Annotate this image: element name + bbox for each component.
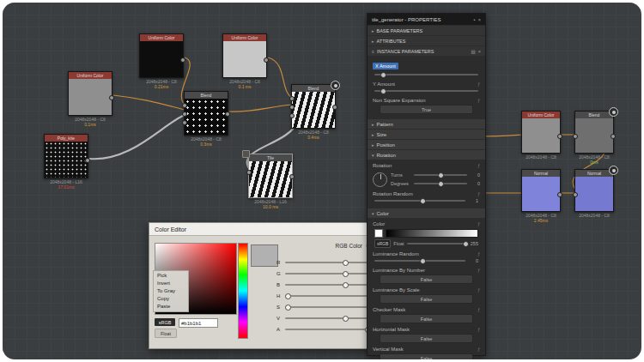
node-pin-icon[interactable] — [242, 150, 250, 158]
output-port[interactable] — [557, 192, 562, 197]
copy-button[interactable]: Copy — [154, 295, 188, 303]
vertical-mask-toggle[interactable]: False — [380, 353, 473, 359]
function-icon[interactable]: ƒ — [477, 163, 480, 168]
turns-slider[interactable] — [414, 174, 467, 176]
to-gray-button[interactable]: To Gray — [154, 287, 188, 295]
section-attributes[interactable]: ▸ ATTRIBUTES — [368, 36, 485, 45]
color-swatch[interactable] — [374, 229, 383, 238]
v-slider[interactable] — [285, 317, 368, 319]
node-uniform-color-3[interactable]: Uniform Color 2048x2048 - C8 0.1ms — [68, 71, 112, 127]
color-editor-dialog[interactable]: Color Editor + RGB Color ◉ Pick Invert T… — [149, 222, 391, 349]
a-slider[interactable] — [285, 329, 368, 330]
close-icon[interactable]: × — [478, 17, 481, 22]
output-port[interactable] — [109, 95, 114, 100]
paste-button[interactable]: Paste — [154, 303, 188, 311]
node-normal-2[interactable]: Normal 2048x2048 - C8 — [574, 169, 614, 218]
function-icon[interactable]: ƒ — [477, 268, 480, 273]
section-rotation[interactable]: ▾ Rotation — [368, 150, 485, 160]
node-uniform-color-4[interactable]: Uniform Color 2048x2048 - C8 — [521, 111, 561, 160]
color-value[interactable]: 255 — [468, 241, 478, 246]
node-blend-2[interactable]: Blend 2048x2048 - C8 0.4ms — [291, 84, 336, 140]
doc-icon[interactable]: ▤ — [471, 49, 476, 54]
output-indicator-icon[interactable] — [331, 81, 340, 90]
close-icon[interactable]: × — [478, 49, 481, 54]
luminance-random-value[interactable]: 0 — [468, 258, 478, 263]
function-icon[interactable]: ƒ — [477, 307, 480, 312]
s-slider[interactable] — [285, 306, 368, 308]
degrees-value[interactable]: 0 — [470, 181, 480, 186]
color-editor-title[interactable]: Color Editor — [149, 223, 390, 236]
checker-mask-toggle[interactable]: False — [380, 314, 473, 323]
output-indicator-icon[interactable] — [609, 166, 618, 175]
output-port[interactable] — [225, 112, 230, 117]
output-indicator-icon[interactable] — [609, 107, 618, 117]
node-tile-generator[interactable]: Tile 2048x2048 - L16 10.0 ms — [248, 154, 293, 209]
function-icon[interactable]: ƒ — [477, 98, 480, 103]
float-label[interactable]: Float — [393, 241, 404, 246]
properties-titlebar[interactable]: tile_generator - PROPERTIES ▪ × — [368, 14, 485, 25]
node-uniform-color-1[interactable]: Uniform Color 2048x2048 - C8 0.21ms — [139, 33, 184, 89]
function-icon[interactable]: ƒ — [477, 287, 480, 293]
input-port[interactable] — [573, 134, 578, 139]
input-port[interactable] — [573, 192, 578, 197]
horizontal-mask-toggle[interactable]: False — [380, 334, 473, 343]
pick-button[interactable]: Pick — [154, 272, 188, 280]
section-instance-parameters[interactable]: ≡ INSTANCE PARAMETERS ▤ × — [368, 46, 485, 56]
function-icon[interactable]: ƒ — [477, 81, 480, 87]
non-square-toggle[interactable]: True — [380, 105, 473, 114]
hex-input[interactable]: #b1b1b1 — [179, 318, 218, 328]
rotation-knob[interactable] — [373, 172, 387, 187]
input-port[interactable] — [182, 112, 187, 117]
section-position[interactable]: ▸ Position — [368, 140, 485, 149]
rotation-random-value[interactable]: 1 — [468, 198, 478, 203]
node-blend-3[interactable]: Blend 2048x2048 - C8 0ms — [574, 111, 614, 165]
output-port[interactable] — [611, 134, 616, 139]
luminance-by-scale-toggle[interactable]: False — [380, 294, 473, 304]
invert-button[interactable]: Invert — [154, 280, 188, 287]
float-toggle[interactable]: Float — [155, 329, 177, 338]
g-slider[interactable] — [285, 273, 368, 275]
node-blend-1[interactable]: Blend 2048x2048 - C8 0.3ms — [184, 91, 228, 147]
pin-icon[interactable]: ▪ — [474, 17, 476, 22]
x-amount-label[interactable]: X Amount — [373, 63, 398, 69]
node-normal-1[interactable]: Normal 2048x2048 - C8 2.45ms — [521, 169, 561, 223]
x-amount-slider[interactable] — [374, 74, 478, 75]
function-icon[interactable]: ƒ — [477, 251, 480, 256]
color-gradient-bar[interactable] — [386, 229, 478, 238]
input-port[interactable] — [289, 105, 295, 110]
output-port[interactable] — [557, 134, 562, 139]
srgb-toggle[interactable]: sRGB — [374, 239, 391, 248]
function-icon[interactable]: ƒ — [477, 327, 480, 332]
node-poly-kite[interactable]: Poly_kite 2048x2048 - L16 17.01ms — [44, 134, 88, 190]
turns-value[interactable]: 0 — [470, 172, 480, 178]
input-port[interactable] — [289, 113, 295, 118]
luminance-by-number-toggle[interactable]: False — [380, 275, 473, 284]
output-port[interactable] — [264, 57, 269, 63]
r-slider[interactable] — [285, 262, 368, 263]
section-base-parameters[interactable]: ▸ BASE PARAMETERS — [368, 26, 485, 35]
input-port[interactable] — [289, 96, 295, 101]
section-size[interactable]: ▸ Size — [368, 130, 485, 139]
input-port[interactable] — [246, 170, 252, 175]
section-color[interactable]: ▾ Color — [368, 208, 485, 218]
rotation-random-slider[interactable] — [374, 200, 465, 202]
luminance-random-slider[interactable] — [374, 260, 465, 262]
color-mode-label[interactable]: RGB Color — [309, 243, 362, 249]
input-port[interactable] — [182, 120, 187, 125]
section-pattern[interactable]: ▸ Pattern — [368, 119, 485, 129]
function-icon[interactable]: ƒ — [477, 191, 480, 196]
output-port[interactable] — [332, 105, 337, 110]
node-uniform-color-2[interactable]: Uniform Color 2048x2048 - C8 0.1 ms — [222, 33, 267, 89]
output-port[interactable] — [289, 174, 295, 179]
srgb-toggle[interactable]: sRGB — [155, 318, 175, 326]
y-amount-slider[interactable] — [374, 90, 478, 92]
b-slider[interactable] — [285, 284, 368, 286]
output-port[interactable] — [180, 57, 185, 63]
degrees-slider[interactable] — [414, 183, 467, 184]
function-icon[interactable]: ƒ — [477, 347, 480, 352]
h-slider[interactable] — [285, 295, 368, 297]
input-port[interactable] — [182, 103, 187, 108]
function-icon[interactable]: ƒ — [477, 221, 480, 226]
output-port[interactable] — [85, 158, 90, 163]
color-value-slider[interactable] — [407, 243, 465, 244]
